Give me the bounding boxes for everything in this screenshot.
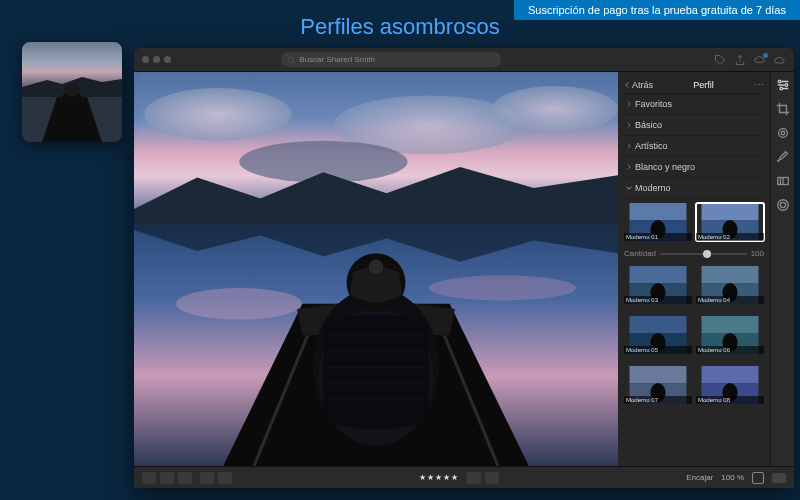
back-button[interactable]: Atrás xyxy=(624,80,653,90)
category-basico[interactable]: Básico xyxy=(624,115,764,136)
svg-point-55 xyxy=(778,129,787,138)
svg-rect-40 xyxy=(702,316,759,333)
svg-point-24 xyxy=(369,260,384,275)
svg-rect-28 xyxy=(702,203,759,220)
share-icon[interactable] xyxy=(734,54,746,66)
svg-point-60 xyxy=(777,200,788,211)
toolstrip xyxy=(770,72,794,466)
brush-tool-icon[interactable] xyxy=(776,150,790,164)
filmstrip-toggle-icon[interactable] xyxy=(200,472,214,484)
category-favoritos[interactable]: Favoritos xyxy=(624,94,764,115)
chevron-down-icon xyxy=(626,185,632,191)
crop-tool-icon[interactable] xyxy=(776,102,790,116)
svg-rect-34 xyxy=(702,266,759,283)
cloud-icon[interactable] xyxy=(774,54,786,66)
svg-rect-43 xyxy=(630,366,687,383)
fit-label[interactable]: Encajar xyxy=(686,473,713,482)
heal-tool-icon[interactable] xyxy=(776,126,790,140)
topbar: Buscar Shared Smith xyxy=(134,48,794,72)
filmstrip-toggle2-icon[interactable] xyxy=(218,472,232,484)
svg-point-61 xyxy=(780,202,785,207)
svg-point-49 xyxy=(778,80,781,83)
cloud-sync-icon[interactable] xyxy=(754,54,766,66)
svg-rect-37 xyxy=(630,316,687,333)
search-placeholder: Buscar Shared Smith xyxy=(299,55,375,64)
search-icon xyxy=(287,56,295,64)
compare-view-icon[interactable] xyxy=(178,472,192,484)
tag-icon[interactable] xyxy=(714,54,726,66)
window-close[interactable] xyxy=(142,56,149,63)
profile-thumb[interactable]: Moderno 04 xyxy=(696,266,764,304)
slider-label: Cantidad xyxy=(624,249,656,258)
flag-pick-icon[interactable] xyxy=(467,472,481,484)
svg-point-12 xyxy=(176,288,302,320)
amount-slider-row: Cantidad 100 xyxy=(624,245,764,262)
flag-group xyxy=(467,472,499,484)
original-toggle-icon[interactable] xyxy=(772,473,786,483)
svg-rect-46 xyxy=(702,366,759,383)
detail-view-icon[interactable] xyxy=(160,472,174,484)
slider-value: 100 xyxy=(751,249,764,258)
svg-point-3 xyxy=(65,83,79,97)
back-label: Atrás xyxy=(632,80,653,90)
amount-slider[interactable] xyxy=(660,253,747,255)
radial-gradient-tool-icon[interactable] xyxy=(776,198,790,212)
profile-thumb-selected[interactable]: Moderno 02 xyxy=(696,203,764,241)
slider-knob[interactable] xyxy=(703,250,711,258)
svg-point-13 xyxy=(429,275,576,300)
app-window: Buscar Shared Smith Atrás xyxy=(134,48,794,488)
search-input[interactable]: Buscar Shared Smith xyxy=(281,52,501,67)
linear-gradient-tool-icon[interactable] xyxy=(776,174,790,188)
edit-tool-icon[interactable] xyxy=(776,78,790,92)
chevron-right-icon xyxy=(626,143,632,149)
subscription-badge: Suscripción de pago tras la prueba gratu… xyxy=(514,0,800,20)
profile-thumbs-grid: Moderno 03 Moderno 04 Moderno 05 Moderno… xyxy=(624,262,764,462)
category-artistico[interactable]: Artístico xyxy=(624,136,764,157)
svg-point-7 xyxy=(145,88,292,141)
profile-thumb[interactable]: Moderno 08 xyxy=(696,366,764,404)
profile-top-thumbs: Moderno 01 Moderno 02 xyxy=(624,199,764,245)
svg-point-53 xyxy=(779,87,782,90)
window-minimize[interactable] xyxy=(153,56,160,63)
profile-thumb[interactable]: Moderno 07 xyxy=(624,366,692,404)
zoom-level[interactable]: 100 % xyxy=(721,473,744,482)
profile-thumb[interactable]: Moderno 06 xyxy=(696,316,764,354)
chevron-right-icon xyxy=(626,164,632,170)
top-actions xyxy=(714,54,786,66)
chevron-right-icon xyxy=(626,101,632,107)
rating-stars[interactable]: ★★★★★ xyxy=(419,473,459,482)
svg-rect-25 xyxy=(630,203,687,220)
filmstrip-group xyxy=(200,472,232,484)
window-controls[interactable] xyxy=(142,56,171,63)
svg-point-9 xyxy=(492,86,618,132)
window-maximize[interactable] xyxy=(164,56,171,63)
view-mode-group xyxy=(142,472,192,484)
original-photo-thumbnail xyxy=(22,42,122,142)
profile-thumb[interactable]: Moderno 03 xyxy=(624,266,692,304)
flag-reject-icon[interactable] xyxy=(485,472,499,484)
workspace: Atrás Perfil ⋯ Favoritos Básico Artístic… xyxy=(134,72,794,466)
photo-canvas[interactable] xyxy=(134,72,618,466)
svg-point-56 xyxy=(781,131,785,135)
profile-thumb[interactable]: Moderno 01 xyxy=(624,203,692,241)
grid-view-icon[interactable] xyxy=(142,472,156,484)
category-moderno[interactable]: Moderno xyxy=(624,178,764,199)
category-blanco-negro[interactable]: Blanco y negro xyxy=(624,157,764,178)
svg-point-4 xyxy=(288,57,293,62)
chevron-right-icon xyxy=(626,122,632,128)
panel-title: Perfil xyxy=(657,80,750,90)
svg-line-5 xyxy=(293,61,295,63)
profile-thumb[interactable]: Moderno 05 xyxy=(624,316,692,354)
panel-more-icon[interactable]: ⋯ xyxy=(754,79,764,90)
svg-rect-31 xyxy=(630,266,687,283)
info-icon[interactable] xyxy=(752,472,764,484)
right-panel-container: Atrás Perfil ⋯ Favoritos Básico Artístic… xyxy=(618,72,794,466)
chevron-left-icon xyxy=(624,82,630,88)
bottombar: ★★★★★ Encajar 100 % xyxy=(134,466,794,488)
profiles-panel: Atrás Perfil ⋯ Favoritos Básico Artístic… xyxy=(618,72,770,466)
svg-point-51 xyxy=(785,84,788,87)
panel-header: Atrás Perfil ⋯ xyxy=(624,76,764,94)
